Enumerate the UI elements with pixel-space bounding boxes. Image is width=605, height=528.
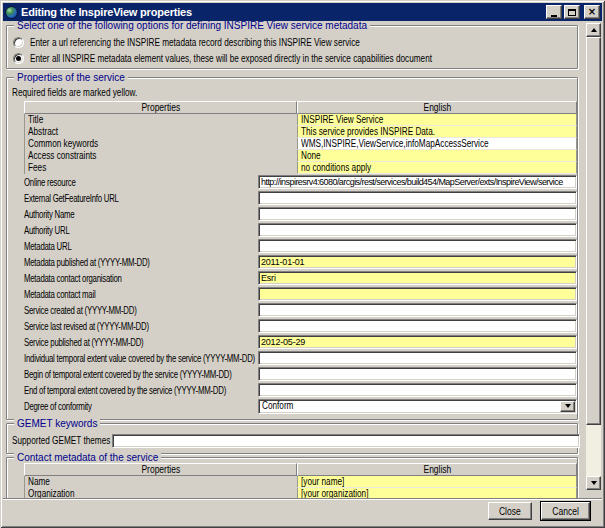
group-title: Contact metadata of the service <box>14 452 161 463</box>
close-window-button[interactable]: × <box>584 5 600 19</box>
radio-option-url-reference[interactable]: Enter a url referencing the INSPIRE meta… <box>10 34 574 50</box>
group-title: Properties of the service <box>14 72 128 83</box>
selected-value: Conform <box>262 400 560 412</box>
table-row-common-keywords: Common keywords WMS,INSPIRE,ViewService,… <box>24 138 577 150</box>
supported-gemet-themes-input[interactable] <box>112 434 580 448</box>
scroll-up-icon <box>591 25 597 32</box>
radio-option-enter-all-values[interactable]: Enter all INSPIRE metadata element value… <box>10 50 574 66</box>
dialog-buttons: Close Cancel <box>488 502 590 520</box>
service-last-revised-at-input[interactable] <box>258 319 577 333</box>
field-row-authority-name: Authority Name <box>24 206 577 222</box>
field-row-individual-temporal-extent: Individual temporal extent value covered… <box>24 350 577 366</box>
table-row-name: Name [your name] <box>24 476 577 488</box>
contact-metadata-group: Contact metadata of the service Properti… <box>6 457 578 498</box>
properties-column-header[interactable]: Properties <box>24 101 297 114</box>
metadata-url-input[interactable] <box>258 239 577 253</box>
begin-temporal-extent-input[interactable] <box>258 367 577 381</box>
common-keywords-value-cell[interactable]: WMS,INSPIRE,ViewService,infoMapAccessSer… <box>297 138 577 150</box>
service-created-at-input[interactable] <box>258 303 577 317</box>
field-row-authority-url: Authority URL <box>24 222 577 238</box>
name-value-cell[interactable]: [your name] <box>297 476 577 488</box>
maximize-button[interactable] <box>564 5 580 19</box>
field-label: Online resource <box>24 177 258 188</box>
authority-name-input[interactable] <box>258 207 577 221</box>
field-row-service-published-at: Service published at (YYYY-MM-DD) <box>24 334 577 350</box>
close-button[interactable]: Close <box>488 502 532 520</box>
field-label: Begin of temporal extent covered by the … <box>24 369 258 380</box>
row-label: Common keywords <box>24 138 297 150</box>
field-label: Authority Name <box>24 209 258 220</box>
organization-value-cell[interactable]: [your organization] <box>297 488 577 498</box>
field-label: Individual temporal extent value covered… <box>24 353 258 364</box>
field-row-end-temporal-extent: End of temporal extent covered by the se… <box>24 382 577 398</box>
metadata-published-at-input[interactable] <box>258 255 577 269</box>
scroll-area: Select one of the following options for … <box>3 21 602 498</box>
row-label: Name <box>24 476 297 488</box>
field-label: Service published at (YYYY-MM-DD) <box>24 337 258 348</box>
dialog-window: Editing the InspireView properties × Sel… <box>0 0 605 528</box>
table-row-fees: Fees no conditions apply <box>24 162 577 174</box>
radio-selected-icon[interactable] <box>13 53 24 64</box>
combo-dropdown-button[interactable] <box>560 401 575 412</box>
end-temporal-extent-input[interactable] <box>258 383 577 397</box>
field-row-online-resource: Online resource <box>24 174 577 190</box>
dialog-client-area: Select one of the following options for … <box>3 21 602 525</box>
field-label: Metadata contact organisation <box>24 273 258 284</box>
field-row-service-created-at: Service created at (YYYY-MM-DD) <box>24 302 577 318</box>
table-row-access-constraints: Access constraints None <box>24 150 577 162</box>
scroll-down-icon <box>591 481 597 488</box>
authority-url-input[interactable] <box>258 223 577 237</box>
required-fields-note: Required fields are marked yellow. <box>12 86 574 99</box>
online-resource-input[interactable] <box>258 175 577 189</box>
radio-label: Enter a url referencing the INSPIRE meta… <box>30 37 360 48</box>
field-row-external-getfeatureinfo-url: External GetFeatureInfo URL <box>24 190 577 206</box>
cancel-button[interactable]: Cancel <box>541 502 590 520</box>
field-label: Metadata contact mail <box>24 289 258 300</box>
field-label: Service last revised at (YYYY-MM-DD) <box>24 321 258 332</box>
properties-column-header[interactable]: Properties <box>24 463 297 476</box>
maximize-icon <box>568 9 576 16</box>
field-label: Supported GEMET themes <box>12 435 112 446</box>
scrollbar-track[interactable] <box>586 425 601 476</box>
service-published-at-input[interactable] <box>258 335 577 349</box>
individual-temporal-extent-input[interactable] <box>258 351 577 365</box>
metadata-contact-mail-input[interactable] <box>258 287 577 301</box>
field-label: Metadata URL <box>24 241 258 252</box>
title-value-cell[interactable]: INSPIRE View Service <box>297 114 577 126</box>
scrollbar-thumb[interactable] <box>586 37 601 425</box>
metadata-contact-organisation-input[interactable] <box>258 271 577 285</box>
field-label: Authority URL <box>24 225 258 236</box>
scroll-up-button[interactable] <box>586 23 601 37</box>
field-label: External GetFeatureInfo URL <box>24 193 258 204</box>
field-label: Metadata published at (YYYY-MM-DD) <box>24 257 258 268</box>
row-label: Access constraints <box>24 150 297 162</box>
radio-icon[interactable] <box>13 37 24 48</box>
english-column-header[interactable]: English <box>297 101 577 114</box>
vertical-scrollbar[interactable] <box>586 23 601 490</box>
access-constraints-value-cell[interactable]: None <box>297 150 577 162</box>
field-label: Service created at (YYYY-MM-DD) <box>24 305 258 316</box>
row-label: Abstract <box>24 126 297 138</box>
close-icon: × <box>588 7 596 17</box>
field-label: Degree of conformity <box>24 401 258 412</box>
table-header: Properties English <box>24 101 577 114</box>
field-row-degree-of-conformity: Degree of conformity Conform <box>24 398 577 414</box>
abstract-value-cell[interactable]: This service provides INSPIRE Data. <box>297 126 577 138</box>
minimize-button[interactable] <box>546 5 562 19</box>
properties-table: Properties English Title INSPIRE View Se… <box>24 101 577 174</box>
table-header: Properties English <box>24 463 577 476</box>
row-label: Fees <box>24 162 297 174</box>
degree-of-conformity-select[interactable]: Conform <box>258 399 577 414</box>
minimize-icon <box>551 15 557 17</box>
field-row-metadata-contact-organisation: Metadata contact organisation <box>24 270 577 286</box>
fees-value-cell[interactable]: no conditions apply <box>297 162 577 174</box>
table-row-title: Title INSPIRE View Service <box>24 114 577 126</box>
english-column-header[interactable]: English <box>297 463 577 476</box>
titlebar: Editing the InspireView properties × <box>3 3 602 21</box>
metadata-options-group: Select one of the following options for … <box>6 25 578 69</box>
radio-label: Enter all INSPIRE metadata element value… <box>30 53 432 64</box>
external-getfeatureinfo-url-input[interactable] <box>258 191 577 205</box>
field-row-begin-temporal-extent: Begin of temporal extent covered by the … <box>24 366 577 382</box>
field-row-metadata-published-at: Metadata published at (YYYY-MM-DD) <box>24 254 577 270</box>
scroll-down-button[interactable] <box>586 476 601 490</box>
